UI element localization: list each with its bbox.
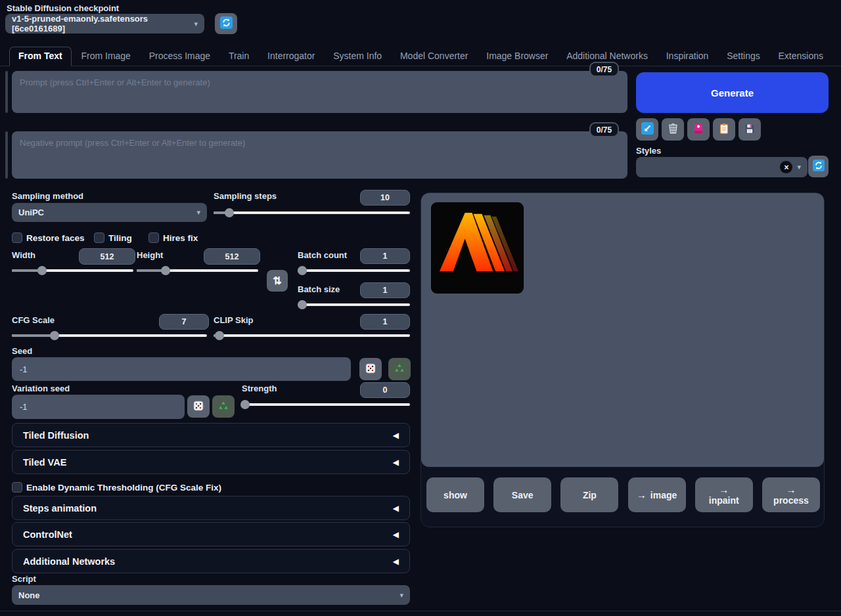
batch-count-slider[interactable] bbox=[298, 266, 410, 275]
height-value[interactable] bbox=[204, 248, 260, 265]
seed-label: Seed bbox=[12, 346, 32, 356]
collapse-left-icon: ◀ bbox=[393, 431, 399, 440]
variation-seed-label: Variation seed bbox=[12, 384, 70, 393]
sampling-steps-value[interactable] bbox=[360, 190, 410, 206]
batch-size-value[interactable] bbox=[360, 282, 410, 298]
accordion-title: Tiled VAE bbox=[23, 457, 66, 468]
chevron-down-icon: ▾ bbox=[399, 591, 403, 600]
extra-networks-button[interactable] bbox=[687, 118, 710, 141]
tab-process-image[interactable]: Process Image bbox=[141, 47, 219, 66]
save-button[interactable]: Save bbox=[493, 477, 551, 512]
apply-style-button[interactable] bbox=[713, 118, 735, 141]
strength-value[interactable] bbox=[360, 382, 410, 398]
generate-button[interactable]: Generate bbox=[636, 72, 829, 113]
send-to-image-label: image bbox=[650, 490, 677, 500]
width-value[interactable] bbox=[79, 248, 135, 265]
clear-prompt-button[interactable] bbox=[662, 118, 684, 141]
chevron-down-icon: ▾ bbox=[797, 163, 801, 171]
height-slider[interactable] bbox=[137, 266, 258, 275]
tab-train[interactable]: Train bbox=[220, 47, 258, 66]
tab-settings[interactable]: Settings bbox=[718, 47, 769, 66]
width-label: Width bbox=[12, 250, 35, 260]
arrow-right-icon: → bbox=[637, 489, 647, 500]
seed-input[interactable] bbox=[12, 357, 351, 381]
show-button[interactable]: show bbox=[426, 477, 484, 512]
sampling-method-select[interactable]: UniPC ▾ bbox=[12, 203, 207, 222]
zip-button[interactable]: Zip bbox=[560, 477, 618, 512]
save-button-label: Save bbox=[512, 490, 534, 500]
send-to-image-button[interactable]: → image bbox=[628, 477, 686, 512]
reuse-seed-button[interactable] bbox=[388, 358, 411, 380]
send-to-inpaint-button[interactable]: → inpaint bbox=[695, 477, 753, 512]
collapse-left-icon: ◀ bbox=[393, 458, 399, 467]
zip-button-label: Zip bbox=[583, 490, 597, 500]
tab-system-info[interactable]: System Info bbox=[325, 47, 390, 66]
negative-prompt-token-counter: 0/75 bbox=[589, 122, 619, 137]
swap-dimensions-button[interactable]: ⇅ bbox=[267, 270, 288, 292]
recycle-icon bbox=[394, 363, 405, 376]
batch-size-slider[interactable] bbox=[298, 300, 410, 309]
sampling-steps-slider[interactable] bbox=[214, 208, 410, 217]
accordion-title: Tiled Diffusion bbox=[23, 430, 89, 441]
output-gallery[interactable] bbox=[421, 193, 824, 467]
variation-seed-input[interactable] bbox=[12, 395, 185, 419]
cfg-scale-label: CFG Scale bbox=[12, 315, 55, 325]
save-style-button[interactable] bbox=[739, 118, 761, 141]
negative-prompt-input[interactable] bbox=[12, 131, 627, 179]
reuse-variation-seed-button[interactable] bbox=[212, 395, 235, 418]
checkpoint-select[interactable]: v1-5-pruned-emaonly.safetensors [6ce0161… bbox=[5, 14, 204, 33]
checkpoint-label: Stable Diffusion checkpoint bbox=[7, 3, 119, 13]
accordion-additional-networks[interactable]: Additional Networks ◀ bbox=[12, 549, 410, 573]
tab-model-converter[interactable]: Model Converter bbox=[392, 47, 477, 66]
collapse-left-icon: ◀ bbox=[393, 504, 399, 513]
dynamic-thresholding-checkbox[interactable] bbox=[12, 482, 22, 493]
prompt-resize-gutter[interactable] bbox=[5, 71, 8, 113]
random-variation-seed-button[interactable] bbox=[187, 395, 210, 418]
tiling-checkbox[interactable] bbox=[94, 232, 104, 243]
styles-clear-button[interactable]: × bbox=[780, 161, 792, 173]
clip-skip-slider[interactable] bbox=[214, 331, 410, 340]
batch-size-label: Batch size bbox=[298, 284, 340, 294]
trash-icon bbox=[667, 122, 679, 137]
collapse-left-icon: ◀ bbox=[393, 557, 399, 566]
send-to-process-label: process bbox=[773, 495, 809, 506]
cfg-scale-slider[interactable] bbox=[12, 331, 207, 340]
strength-slider[interactable] bbox=[242, 400, 410, 409]
batch-count-value[interactable] bbox=[360, 248, 410, 264]
restore-faces-checkbox[interactable] bbox=[12, 232, 22, 243]
accordion-title: Additional Networks bbox=[23, 556, 115, 567]
main-tabbar: From Text From Image Process Image Train… bbox=[0, 46, 841, 66]
hires-fix-checkbox[interactable] bbox=[148, 232, 159, 243]
refresh-checkpoint-button[interactable] bbox=[215, 13, 237, 34]
script-select[interactable]: None ▾ bbox=[12, 585, 410, 605]
clipboard-icon bbox=[718, 123, 730, 137]
tab-from-text[interactable]: From Text bbox=[9, 47, 72, 66]
refresh-icon bbox=[220, 16, 233, 31]
height-label: Height bbox=[137, 250, 163, 260]
prompt-input[interactable] bbox=[12, 71, 627, 113]
refresh-styles-button[interactable] bbox=[808, 156, 829, 177]
negative-prompt-resize-gutter[interactable] bbox=[5, 131, 8, 179]
clip-skip-value[interactable] bbox=[360, 314, 410, 330]
save-style-icon bbox=[744, 123, 756, 137]
random-seed-button[interactable] bbox=[359, 358, 382, 380]
dice-icon bbox=[365, 363, 376, 376]
tab-image-browser[interactable]: Image Browser bbox=[478, 47, 557, 66]
cfg-scale-value[interactable] bbox=[159, 314, 209, 330]
tab-from-image[interactable]: From Image bbox=[72, 47, 139, 66]
arrow-right-icon: → bbox=[786, 484, 796, 495]
tab-interrogator[interactable]: Interrogator bbox=[259, 47, 323, 66]
send-to-process-button[interactable]: → process bbox=[762, 477, 820, 512]
accordion-controlnet[interactable]: ControlNet ◀ bbox=[12, 522, 410, 546]
paste-params-button[interactable] bbox=[636, 118, 658, 141]
tab-extensions[interactable]: Extensions bbox=[770, 47, 832, 66]
styles-select[interactable]: × ▾ bbox=[636, 157, 807, 177]
width-slider[interactable] bbox=[12, 266, 133, 275]
accordion-tiled-diffusion[interactable]: Tiled Diffusion ◀ bbox=[12, 423, 410, 447]
tab-inspiration[interactable]: Inspiration bbox=[658, 47, 717, 66]
generated-image-thumbnail[interactable] bbox=[431, 202, 524, 294]
clip-skip-label: CLIP Skip bbox=[214, 315, 253, 325]
tiling-label: Tiling bbox=[108, 233, 132, 243]
accordion-steps-animation[interactable]: Steps animation ◀ bbox=[12, 496, 410, 520]
accordion-tiled-vae[interactable]: Tiled VAE ◀ bbox=[12, 450, 410, 474]
